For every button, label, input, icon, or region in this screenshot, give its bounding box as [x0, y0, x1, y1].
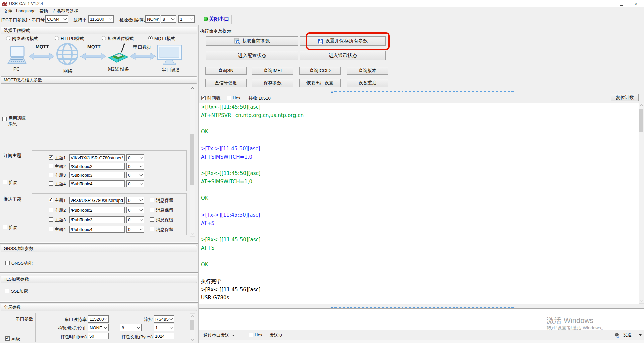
mqtt-panel-scrollbar[interactable] [190, 85, 195, 237]
pub-topic3-retain-checkbox[interactable] [150, 217, 154, 222]
global-databits-select[interactable]: 8 [120, 324, 142, 331]
ssl-enable-checkbox[interactable] [5, 289, 9, 293]
radio-net-passthrough[interactable] [6, 36, 10, 40]
sub-topic3-checkbox[interactable] [49, 173, 53, 177]
com-port-select[interactable]: COM4 [45, 15, 68, 23]
timestamp-checkbox[interactable] [201, 96, 206, 100]
section-work-mode: 选择工作模式 [1, 27, 197, 34]
flow-control-label: 流控 [127, 317, 153, 323]
flow-control-select[interactable]: RS485 [154, 315, 174, 323]
menu-product-model[interactable]: 产品型号选择 [51, 8, 79, 15]
recv-count: 接收:10510 [249, 95, 271, 101]
stopbits-select[interactable]: 1 [178, 15, 195, 23]
databits-select[interactable]: 8 [161, 15, 176, 23]
pub-topic2-retain-checkbox[interactable] [150, 208, 154, 212]
global-baud-select[interactable]: 115200 [88, 315, 109, 323]
send-button[interactable]: 发送 [615, 332, 642, 338]
pub-topic3-input[interactable] [69, 216, 125, 223]
query-iccid-button[interactable]: 查询ICCID [299, 67, 341, 75]
pub-topic2-qos-select[interactable]: 0 [126, 207, 144, 213]
link-arrow-1-icon [29, 53, 54, 60]
pub-topic2-input[interactable] [69, 207, 125, 213]
left-splitter-1[interactable] [0, 242, 198, 244]
save-params-button[interactable]: 保存参数 [252, 79, 293, 87]
windows-activate-watermark: 激活 Windows [547, 316, 593, 326]
menu-help[interactable]: 帮助 [38, 8, 49, 15]
log-scrollbar[interactable] [639, 103, 644, 304]
sub-topic4-checkbox[interactable] [49, 181, 53, 186]
global-stopbits-select[interactable]: 1 [154, 324, 174, 331]
sub-topic2-input[interactable] [69, 163, 125, 170]
section-gnss: GNSS功能参数 [1, 245, 197, 252]
sub-topic2-label: 主题2 [55, 164, 66, 170]
advanced-checkbox[interactable] [5, 336, 10, 341]
pub-topic3-qos-select[interactable]: 0 [126, 216, 144, 223]
log-hex-checkbox[interactable] [227, 96, 231, 100]
will-message-checkbox[interactable] [2, 117, 7, 121]
radio-mqtt[interactable] [148, 36, 153, 40]
pub-topic3-checkbox[interactable] [49, 217, 53, 222]
factory-reset-button[interactable]: 恢复出厂设置 [299, 79, 341, 87]
send-via-serial-dropdown[interactable]: 通过串口发送 [203, 332, 235, 338]
query-signal-button[interactable]: 查信号强度 [205, 79, 247, 87]
sub-topic1-input[interactable] [69, 154, 125, 161]
reset-count-button[interactable]: 复位计数 [611, 94, 639, 101]
pack-time-label: 打包时间(ms) [52, 334, 87, 340]
pub-topic1-input[interactable] [69, 197, 125, 204]
sub-topic4-input[interactable] [69, 180, 125, 187]
global-parity-select[interactable]: NONE [88, 324, 109, 331]
menu-file[interactable]: 文件 [3, 8, 13, 15]
pub-topic4-qos-select[interactable]: 0 [126, 226, 144, 233]
device-restart-button[interactable]: 设备重启 [347, 79, 388, 87]
pub-topic4-retain-checkbox[interactable] [150, 227, 154, 231]
splitter-collapse-icon[interactable] [331, 91, 333, 93]
enter-comm-button[interactable]: 进入通讯状态 [300, 51, 386, 60]
sub-topic3-qos-select[interactable]: 0 [126, 172, 144, 178]
query-imei-button[interactable]: 查询IMEI [252, 67, 293, 75]
pub-topic4-label: 主题4 [55, 227, 66, 233]
query-version-button[interactable]: 查询版本 [347, 67, 388, 75]
gnss-enable-checkbox[interactable] [5, 261, 10, 265]
menu-language[interactable]: Language [15, 8, 37, 14]
radio-sms-passthrough[interactable] [102, 36, 106, 40]
send-hex-checkbox[interactable] [249, 333, 253, 337]
sub-topic2-checkbox[interactable] [49, 164, 53, 168]
splitter-collapse-icon[interactable] [331, 307, 333, 308]
enter-config-button[interactable]: 进入配置状态 [206, 51, 298, 60]
maximize-button[interactable] [614, 0, 629, 7]
splitter-grip[interactable] [334, 307, 514, 308]
pub-topic1-checkbox[interactable] [49, 198, 53, 202]
sub-topic4-qos-select[interactable]: 0 [126, 180, 144, 187]
query-sn-button[interactable]: 查询SN [205, 67, 247, 75]
pub-topic4-checkbox[interactable] [49, 227, 53, 231]
timestamp-label: 时间戳 [207, 95, 220, 101]
global-panel-scrollbar[interactable] [190, 313, 195, 342]
pub-topic1-label: 主题1 [55, 197, 66, 204]
baud-select[interactable]: 115200 [88, 15, 114, 23]
pack-length-input[interactable] [154, 333, 174, 339]
panel-divider [198, 25, 199, 343]
log-area[interactable]: >[Rx<-][11:45:50][asc]AT+NTPSVR=cn.ntp.o… [199, 103, 639, 304]
sub-topic2-qos-select[interactable]: 0 [126, 163, 144, 170]
pub-topic4-input[interactable] [69, 226, 125, 233]
get-params-button[interactable]: 获取当前参数 [206, 36, 298, 46]
left-splitter-2[interactable] [0, 272, 198, 274]
minimize-button[interactable] [599, 0, 614, 7]
splitter-grip[interactable] [334, 91, 514, 92]
publish-extend-checkbox[interactable] [3, 225, 7, 229]
pub-topic1-qos-select[interactable]: 0 [126, 197, 144, 204]
left-splitter-3[interactable] [0, 301, 198, 303]
sub-topic1-checkbox[interactable] [49, 155, 53, 160]
log-top-splitter[interactable] [199, 90, 644, 93]
radio-httpd[interactable] [55, 36, 59, 40]
subscribe-extend-checkbox[interactable] [3, 180, 7, 184]
sub-topic1-qos-select[interactable]: 0 [126, 154, 144, 161]
sub-topic3-input[interactable] [69, 172, 125, 178]
pub-topic1-retain-checkbox[interactable] [150, 198, 154, 202]
pc-laptop-icon [7, 46, 27, 65]
close-button[interactable] [629, 0, 643, 7]
parity-select[interactable]: NONI [145, 15, 160, 23]
pack-time-input[interactable] [88, 333, 109, 339]
log-bottom-splitter[interactable] [199, 306, 644, 309]
pub-topic2-checkbox[interactable] [49, 208, 53, 212]
